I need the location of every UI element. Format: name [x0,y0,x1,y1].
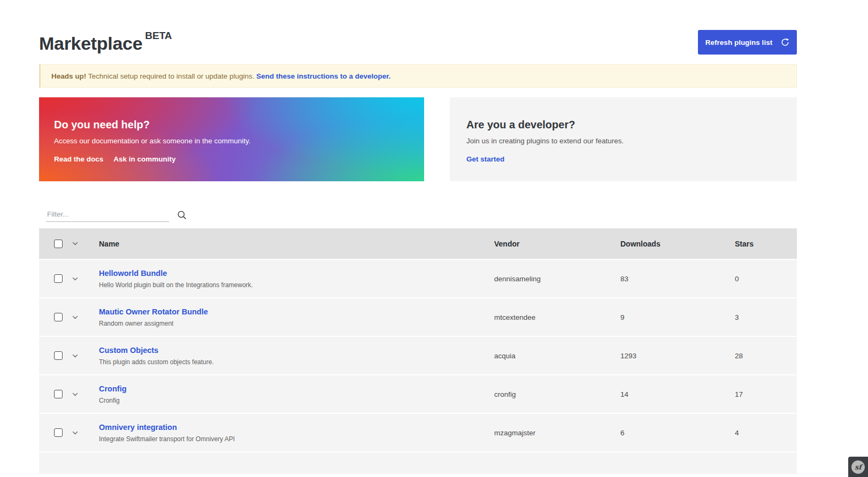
plugin-stars: 3 [735,313,797,321]
page-header: MarketplaceBETA Refresh plugins list [39,30,797,55]
plugin-description: Integrate Swiftmailer transport for Omni… [99,435,494,443]
row-checkbox[interactable] [54,313,63,321]
plugin-name-cell: Custom Objects This plugin adds custom o… [99,345,494,366]
row-expand-cell [72,277,99,281]
marketplace-page: MarketplaceBETA Refresh plugins list Hea… [0,0,868,477]
row-checkbox-cell [54,274,72,283]
plugin-name-cell: Omnivery integration Integrate Swiftmail… [99,422,494,443]
plugins-table: Name Vendor Downloads Stars Helloworld B… [39,228,797,474]
search-icon [177,210,187,220]
column-header-downloads: Downloads [620,240,735,248]
filter-input[interactable] [46,207,169,222]
row-checkbox[interactable] [54,351,63,360]
plugin-name-link[interactable]: Helloworld Bundle [99,269,167,278]
plugin-vendor: mzagmajster [494,429,620,437]
column-header-name: Name [99,240,494,248]
row-expand-cell [72,354,99,358]
table-row: Helloworld Bundle Hello World plugin bui… [39,260,797,297]
table-row: Custom Objects This plugin adds custom o… [39,337,797,374]
refresh-button-label: Refresh plugins list [705,39,772,47]
ask-in-community-link[interactable]: Ask in community [113,155,175,163]
row-expand-cell [72,393,99,396]
row-checkbox-cell [54,313,72,321]
table-header-row: Name Vendor Downloads Stars [39,228,797,259]
plugin-name-cell: Mautic Owner Rotator Bundle Random owner… [99,307,494,327]
row-expand-cell [72,316,99,319]
select-all-cell [54,240,72,248]
row-checkbox[interactable] [54,274,63,283]
filter-bar [46,205,797,222]
developer-card-title: Are you a developer? [466,119,782,131]
table-row: Omnivery integration Integrate Swiftmail… [39,414,797,451]
plugin-downloads: 9 [620,313,735,321]
developer-card-links: Get started [466,155,782,163]
plugin-description: Cronfig [99,397,494,404]
column-header-stars: Stars [735,240,797,248]
table-row-partial [39,452,797,474]
get-started-link[interactable]: Get started [466,155,504,163]
row-expand-cell [72,431,99,435]
plugin-vendor: dennisameling [494,275,620,283]
plugin-description: Hello World plugin built on the Integrat… [99,281,494,289]
plugin-downloads: 83 [620,275,735,283]
plugin-name-cell: Helloworld Bundle Hello World plugin bui… [99,268,494,289]
plugin-name-link[interactable]: Omnivery integration [99,423,177,432]
column-header-vendor: Vendor [494,240,620,248]
plugin-description: This plugin adds custom objects feature. [99,358,494,366]
plugin-downloads: 14 [620,390,735,398]
table-row: Mautic Owner Rotator Bundle Random owner… [39,298,797,336]
chevron-down-icon[interactable] [72,277,78,281]
plugin-name-link[interactable]: Custom Objects [99,346,158,355]
alert-text-wrap: Heads up! Technical setup required to in… [51,72,391,80]
refresh-plugins-button[interactable]: Refresh plugins list [698,30,797,55]
row-checkbox[interactable] [54,390,63,398]
select-all-checkbox[interactable] [54,240,63,248]
symfony-logo-text: sf [855,463,862,471]
read-the-docs-link[interactable]: Read the docs [54,155,103,163]
table-row: Cronfig Cronfig cronfig 14 17 [39,375,797,413]
help-card-title: Do you need help? [54,119,409,131]
plugin-stars: 28 [735,352,797,360]
plugin-vendor: acquia [494,352,620,360]
plugin-downloads: 6 [620,429,735,437]
plugin-name-cell: Cronfig Cronfig [99,384,494,404]
plugin-stars: 0 [735,275,797,283]
refresh-icon [781,38,789,47]
chevron-down-icon[interactable] [72,316,78,319]
plugin-vendor: cronfig [494,390,620,398]
symfony-profiler-button[interactable]: sf [848,457,868,477]
beta-badge: BETA [145,30,172,41]
info-cards: Do you need help? Access our documentati… [39,97,797,181]
plugin-stars: 17 [735,390,797,398]
developer-card-body: Join us in creating plugins to extend ou… [466,137,782,145]
plugin-name-link[interactable]: Mautic Owner Rotator Bundle [99,307,208,316]
help-card-links: Read the docs Ask in community [54,155,409,163]
alert-body: Technical setup required to install or u… [86,72,256,80]
row-checkbox-cell [54,390,72,398]
help-card-body: Access our documentation or ask someone … [54,137,409,145]
chevron-down-icon[interactable] [72,242,78,245]
symfony-logo-icon: sf [851,460,865,474]
plugin-downloads: 1293 [620,352,735,360]
row-checkbox-cell [54,428,72,437]
expand-all-cell [72,242,99,245]
chevron-down-icon[interactable] [72,393,78,396]
help-card: Do you need help? Access our documentati… [39,97,424,181]
send-instructions-link[interactable]: Send these instructions to a developer. [256,72,390,80]
plugin-vendor: mtcextendee [494,313,620,321]
chevron-down-icon[interactable] [72,354,78,358]
row-checkbox-cell [54,351,72,360]
plugin-table-body: Helloworld Bundle Hello World plugin bui… [39,260,797,451]
page-title: Marketplace [39,33,142,53]
plugin-name-link[interactable]: Cronfig [99,384,127,393]
plugin-stars: 4 [735,429,797,437]
developer-card: Are you a developer? Join us in creating… [450,97,797,181]
page-title-wrap: MarketplaceBETA [39,30,172,52]
alert-lead: Heads up! [51,72,86,80]
row-checkbox[interactable] [54,428,63,437]
heads-up-alert: Heads up! Technical setup required to in… [39,64,797,88]
plugin-description: Random owner assigment [99,320,494,327]
chevron-down-icon[interactable] [72,431,78,435]
